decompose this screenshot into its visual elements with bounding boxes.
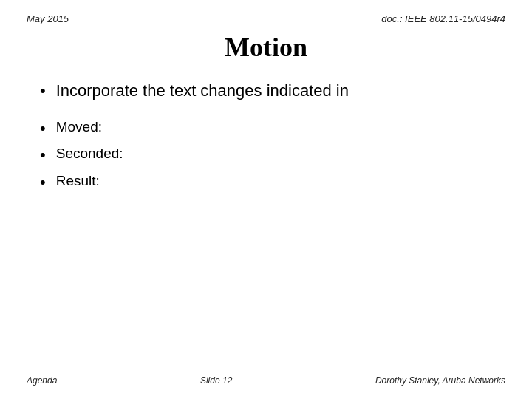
sub-bullet-text-3: Result: (56, 172, 100, 191)
sub-bullets: • Moved: • Seconded: • Result: (40, 118, 492, 194)
main-bullet: • Incorporate the text changes indicated… (40, 81, 492, 102)
sub-bullet-1: • Moved: (40, 118, 492, 140)
bullet-symbol-main: • (40, 81, 46, 102)
slide-content: • Incorporate the text changes indicated… (0, 81, 532, 193)
sub-bullet-text-1: Moved: (56, 118, 102, 137)
footer-agenda: Agenda (27, 375, 57, 386)
sub-bullet-2: • Seconded: (40, 145, 492, 166)
title-section: Motion (0, 32, 532, 63)
main-bullet-text: Incorporate the text changes indicated i… (56, 81, 349, 102)
footer-slide-number: Slide 12 (200, 375, 232, 386)
bullet-symbol-3: • (40, 172, 46, 194)
bullet-symbol-1: • (40, 118, 46, 140)
header-doc: doc.: IEEE 802.11-15/0494r4 (381, 13, 505, 24)
bullet-symbol-2: • (40, 145, 46, 166)
slide-footer: Agenda Slide 12 Dorothy Stanley, Aruba N… (0, 369, 532, 386)
header-date: May 2015 (27, 13, 69, 24)
slide-title: Motion (225, 33, 307, 62)
sub-bullet-3: • Result: (40, 172, 492, 194)
slide-header: May 2015 doc.: IEEE 802.11-15/0494r4 (0, 0, 532, 24)
slide: May 2015 doc.: IEEE 802.11-15/0494r4 Mot… (0, 0, 532, 399)
footer-author: Dorothy Stanley, Aruba Networks (375, 375, 505, 386)
sub-bullet-text-2: Seconded: (56, 145, 123, 163)
